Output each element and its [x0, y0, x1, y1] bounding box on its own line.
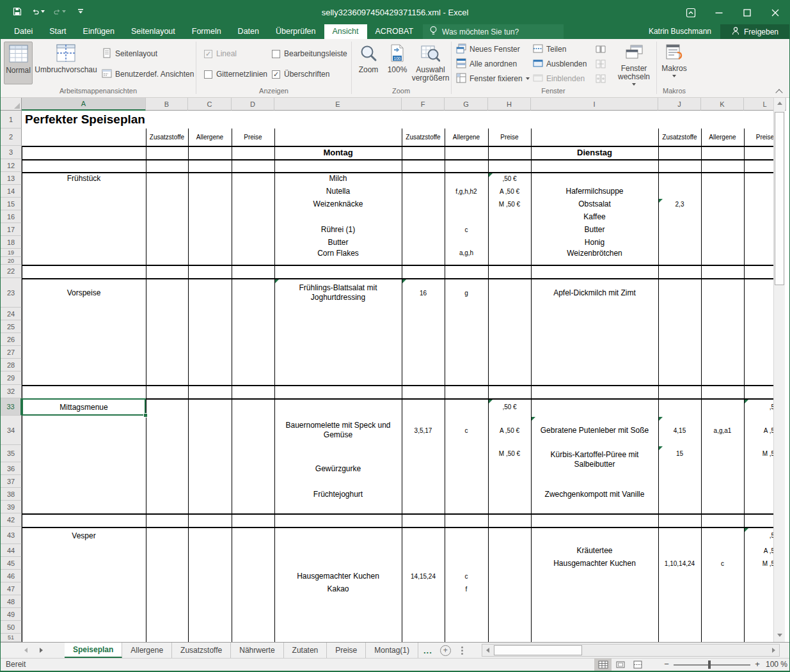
column-header-G[interactable]: G — [445, 98, 488, 111]
cell-G46[interactable]: c — [445, 570, 488, 582]
cell-K45[interactable]: c — [701, 557, 744, 570]
cell-H33[interactable]: ,50 € — [488, 398, 531, 416]
row-header-14[interactable]: 14 — [1, 185, 22, 198]
tab-overflow-icon[interactable] — [461, 650, 463, 652]
cell-G19[interactable]: a,g,h — [445, 249, 488, 257]
row-header-19[interactable]: 19 — [1, 249, 22, 257]
horizontal-scrollbar[interactable] — [482, 644, 780, 657]
cell-J45[interactable]: 1,10,14,24 — [658, 557, 701, 570]
row-header-26[interactable]: 26 — [1, 333, 22, 346]
cell-I35[interactable]: Kürbis-Kartoffel-Püree mit Salbeibutter — [531, 445, 658, 474]
row-header-23[interactable]: 23 — [1, 278, 22, 308]
cell-A43[interactable]: Vesper — [22, 527, 146, 544]
row-header-34[interactable]: 34 — [1, 416, 22, 445]
cell-A23[interactable]: Vorspeise — [22, 278, 146, 308]
zoom-slider-handle[interactable] — [708, 660, 711, 669]
row-header-49[interactable]: 49 — [1, 608, 22, 621]
row-header-42[interactable]: 42 — [1, 513, 22, 527]
cell-H13[interactable]: ,50 € — [488, 172, 531, 185]
vertical-scrollbar[interactable] — [773, 98, 785, 642]
normal-view-shortcut-icon[interactable] — [594, 659, 612, 671]
horizontal-scrollbar-thumb[interactable] — [494, 645, 582, 655]
more-sheets-indicator[interactable]: ... — [418, 643, 438, 658]
cell-J34[interactable]: 4,15 — [658, 416, 701, 445]
cell-I15[interactable]: Obstsalat — [531, 198, 658, 210]
cell-H2[interactable]: Preise — [488, 129, 531, 146]
row-header-22[interactable]: 22 — [1, 265, 22, 278]
row-header-18[interactable]: 18 — [1, 236, 22, 249]
cell-E38[interactable]: Früchtejoghurt — [274, 488, 402, 501]
cell-G2[interactable]: Allergene — [445, 129, 488, 146]
cell-E13[interactable]: Milch — [274, 172, 402, 185]
scroll-down-icon[interactable] — [774, 630, 785, 641]
sheet-tab-nährwerte[interactable]: Nährwerte — [231, 643, 283, 658]
cell-E36[interactable]: Gewürzgurke — [274, 462, 402, 475]
row-header-44[interactable]: 44 — [1, 544, 22, 557]
row-header-29[interactable]: 29 — [1, 371, 22, 385]
zoom-level[interactable]: 100 % — [761, 660, 787, 669]
cell-K34[interactable]: a,g,a1 — [701, 416, 744, 445]
cell-I16[interactable]: Kaffee — [531, 210, 658, 223]
cell-B2[interactable]: Zusatzstoffe — [146, 129, 188, 146]
row-header-39[interactable]: 39 — [1, 501, 22, 513]
column-header-A[interactable]: A — [22, 98, 146, 111]
cell-I38[interactable]: Zwechgenkompott mit Vanille — [531, 488, 658, 501]
page-layout-view-shortcut-icon[interactable] — [612, 659, 629, 671]
cell-F46[interactable]: 14,15,24 — [402, 570, 445, 582]
row-header-43[interactable]: 43 — [1, 527, 22, 544]
cell-F34[interactable]: 3,5,17 — [402, 416, 445, 445]
row-header-17[interactable]: 17 — [1, 223, 22, 236]
column-header-D[interactable]: D — [232, 98, 274, 111]
cell-H34[interactable]: A ,50 € — [488, 416, 531, 445]
zoom-out-button[interactable]: − — [662, 659, 671, 669]
page-break-preview-shortcut-icon[interactable] — [629, 659, 646, 671]
scroll-up-icon[interactable] — [774, 98, 785, 109]
column-header-J[interactable]: J — [658, 98, 701, 111]
cell-I45[interactable]: Hausgemachter Kuchen — [531, 557, 658, 570]
cell-I17[interactable]: Butter — [531, 223, 658, 236]
cell-E46[interactable]: Hausgemachter Kuchen — [274, 570, 402, 582]
row-header-27[interactable]: 27 — [1, 346, 22, 359]
sheet-tab-montag(1)[interactable]: Montag(1) — [366, 643, 418, 658]
cell-E47[interactable]: Kakao — [274, 582, 402, 595]
cell-H14[interactable]: A ,50 € — [488, 185, 531, 198]
row-header-50[interactable]: 50 — [1, 621, 22, 634]
select-all-button[interactable] — [1, 98, 22, 111]
row-header-15[interactable]: 15 — [1, 198, 22, 210]
cell-E15[interactable]: Weizenknäcke — [274, 198, 402, 210]
row-header-51[interactable]: 51 — [1, 634, 22, 642]
sheet-tab-preise[interactable]: Preise — [327, 643, 366, 658]
row-header-33[interactable]: 33 — [1, 398, 22, 416]
cell-H35[interactable]: M ,50 € — [488, 445, 531, 462]
sheet-nav-left-icon[interactable] — [19, 643, 33, 658]
cell-F23[interactable]: 16 — [402, 278, 445, 308]
cell-G17[interactable]: c — [445, 223, 488, 236]
cell-G14[interactable]: f,g,h,h2 — [445, 185, 488, 198]
row-header-28[interactable]: 28 — [1, 359, 22, 371]
sheet-tab-allergene[interactable]: Allergene — [122, 643, 172, 658]
add-sheet-button[interactable]: + — [440, 645, 451, 656]
fill-handle[interactable] — [143, 413, 148, 418]
row-header-48[interactable]: 48 — [1, 595, 22, 608]
cell-I18[interactable]: Honig — [531, 236, 658, 249]
cell-E14[interactable]: Nutella — [274, 185, 402, 198]
row-header-2[interactable]: 2 — [1, 129, 22, 146]
cell-D2[interactable]: Preise — [232, 129, 274, 146]
row-header-35[interactable]: 35 — [1, 445, 22, 462]
cell-E3[interactable]: Montag — [274, 146, 402, 159]
cell-F2[interactable]: Zusatzstoffe — [402, 129, 445, 146]
row-header-38[interactable]: 38 — [1, 488, 22, 501]
sheet-nav-right-icon[interactable] — [34, 643, 48, 658]
column-header-B[interactable]: B — [146, 98, 188, 111]
row-header-20[interactable]: 20 — [1, 257, 22, 265]
cell-G47[interactable]: f — [445, 582, 488, 595]
column-header-F[interactable]: F — [402, 98, 445, 111]
cell-I44[interactable]: Kräutertee — [531, 544, 658, 557]
cell-C2[interactable]: Allergene — [188, 129, 232, 146]
row-header-3[interactable]: 3 — [1, 146, 22, 159]
vertical-scrollbar-thumb[interactable] — [775, 112, 784, 285]
cell-A1[interactable]: Perfekter Speiseplan — [22, 111, 406, 129]
cell-H15[interactable]: M ,50 € — [488, 198, 531, 210]
column-header-H[interactable]: H — [488, 98, 531, 111]
cell-E19[interactable]: Corn Flakes — [274, 249, 402, 257]
